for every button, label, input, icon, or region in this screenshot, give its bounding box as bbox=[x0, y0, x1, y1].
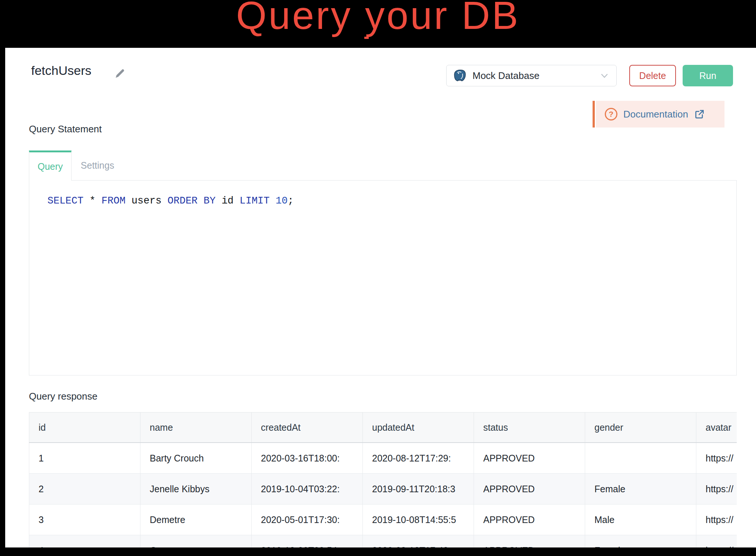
chevron-down-icon bbox=[601, 73, 608, 78]
column-header-avatar: avatar bbox=[696, 413, 737, 443]
column-header-status: status bbox=[474, 413, 585, 443]
documentation-body: ? Documentation bbox=[596, 101, 724, 128]
tab-query[interactable]: Query bbox=[29, 150, 72, 181]
table-cell: 2019-09-11T20:18:3 bbox=[363, 474, 474, 504]
sql-token-keyword: SELECT bbox=[47, 195, 83, 206]
column-header-createdAt: createdAt bbox=[252, 413, 363, 443]
sql-token-keyword: FROM bbox=[102, 195, 126, 206]
postgresql-icon bbox=[454, 69, 467, 82]
query-editor-panel: fetchUsers Mock Database Delete Run bbox=[5, 48, 756, 547]
table-cell: 2020-08-12T17:29: bbox=[363, 443, 474, 474]
query-statement-label: Query Statement bbox=[29, 123, 102, 135]
table-cell: Male bbox=[585, 504, 696, 535]
table-cell: Demetre bbox=[140, 504, 252, 535]
sql-token-plain: id bbox=[216, 195, 240, 206]
column-header-gender: gender bbox=[585, 413, 696, 443]
question-circle-icon: ? bbox=[605, 108, 617, 120]
query-name: fetchUsers bbox=[31, 63, 92, 78]
table-cell: 3 bbox=[29, 504, 140, 535]
tab-settings[interactable]: Settings bbox=[72, 150, 123, 181]
table-cell: 2019-10-04T03:22: bbox=[252, 474, 363, 504]
table-cell: Currey bbox=[140, 535, 252, 548]
documentation-label: Documentation bbox=[623, 109, 688, 120]
external-link-icon bbox=[694, 109, 704, 119]
table-cell: 1 bbox=[29, 443, 140, 474]
rename-query-button[interactable] bbox=[113, 67, 127, 80]
pencil-icon bbox=[114, 67, 126, 80]
table-cell: Female bbox=[585, 474, 696, 504]
table-cell: https:// bbox=[696, 504, 737, 535]
sql-token-plain: * bbox=[83, 195, 102, 206]
table-cell: https:// bbox=[696, 535, 737, 548]
table-cell: 2019-12-30T03:54: bbox=[252, 535, 363, 548]
table-cell: Jenelle Kibbys bbox=[140, 474, 252, 504]
query-response-table[interactable]: idnamecreatedAtupdatedAtstatusgenderavat… bbox=[29, 412, 737, 547]
sql-token-keyword: ORDER BY bbox=[168, 195, 216, 206]
documentation-accent-bar bbox=[593, 101, 595, 128]
table-cell: 2 bbox=[29, 474, 140, 504]
documentation-link[interactable]: ? Documentation bbox=[593, 101, 724, 128]
table-cell: 2020-08-12T17:43: bbox=[363, 535, 474, 548]
sql-token-keyword: LIMIT bbox=[240, 195, 270, 206]
table-row: 1Barty Crouch2020-03-16T18:00:2020-08-12… bbox=[29, 443, 737, 474]
page-title: Query your DB bbox=[0, 0, 756, 35]
table-cell: APPROVED bbox=[474, 535, 585, 548]
table-cell: 2020-03-16T18:00: bbox=[252, 443, 363, 474]
table-cell: Barty Crouch bbox=[140, 443, 252, 474]
table-cell: 2019-10-08T14:55:5 bbox=[363, 504, 474, 535]
column-header-updatedAt: updatedAt bbox=[363, 413, 474, 443]
sql-token-number: 10 bbox=[270, 195, 288, 206]
table-cell: APPROVED bbox=[474, 443, 585, 474]
resource-dropdown[interactable]: Mock Database bbox=[446, 65, 617, 86]
table-header-row: idnamecreatedAtupdatedAtstatusgenderavat… bbox=[29, 413, 737, 443]
column-header-id: id bbox=[29, 413, 140, 443]
table-row: 2Jenelle Kibbys2019-10-04T03:22:2019-09-… bbox=[29, 474, 737, 504]
table-cell: APPROVED bbox=[474, 504, 585, 535]
sql-statement: SELECT * FROM users ORDER BY id LIMIT 10… bbox=[47, 195, 736, 207]
table-cell: Female bbox=[585, 535, 696, 548]
table-cell: https:// bbox=[696, 443, 737, 474]
table-cell bbox=[585, 443, 696, 474]
table-cell: 2020-05-01T17:30: bbox=[252, 504, 363, 535]
table-row: 3Demetre2020-05-01T17:30:2019-10-08T14:5… bbox=[29, 504, 737, 535]
table-cell: 4 bbox=[29, 535, 140, 548]
column-header-name: name bbox=[140, 413, 252, 443]
table-cell: https:// bbox=[696, 474, 737, 504]
run-button[interactable]: Run bbox=[683, 65, 733, 86]
table-cell: APPROVED bbox=[474, 474, 585, 504]
table-row: 4Currey2019-12-30T03:54:2020-08-12T17:43… bbox=[29, 535, 737, 548]
delete-button[interactable]: Delete bbox=[629, 65, 676, 86]
sql-editor[interactable]: SELECT * FROM users ORDER BY id LIMIT 10… bbox=[29, 180, 737, 375]
title-underscore-artifact bbox=[364, 37, 369, 39]
sql-token-plain: users bbox=[126, 195, 168, 206]
resource-dropdown-value: Mock Database bbox=[472, 70, 540, 82]
query-response-label: Query response bbox=[29, 391, 97, 402]
response-table: idnamecreatedAtupdatedAtstatusgenderavat… bbox=[29, 412, 737, 547]
sql-token-plain: ; bbox=[288, 195, 294, 206]
editor-tabs: Query Settings bbox=[29, 150, 123, 181]
